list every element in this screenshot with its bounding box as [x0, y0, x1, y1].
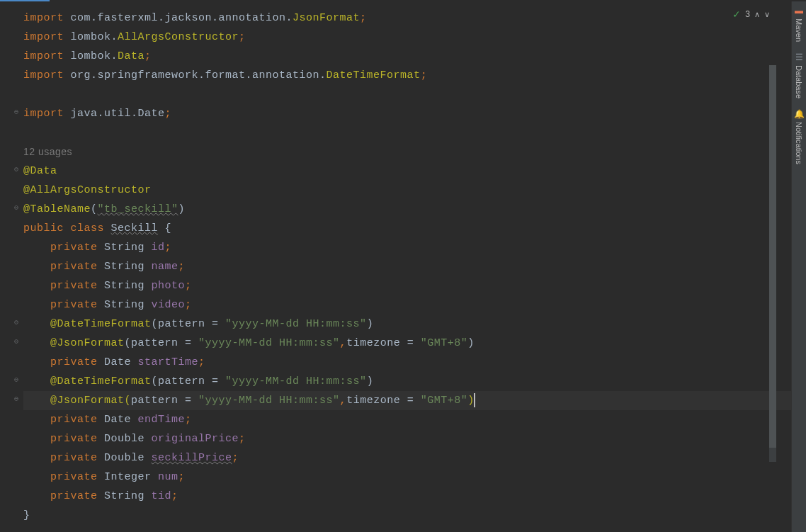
- code-line[interactable]: private Date startTime;: [23, 353, 791, 372]
- fold-icon[interactable]: ⊖: [14, 108, 18, 116]
- code-line[interactable]: [23, 85, 791, 104]
- code-line[interactable]: private Double seckillPrice;: [23, 448, 791, 468]
- scrollbar-track[interactable]: [769, 65, 776, 462]
- sidebar-item-database[interactable]: ☰ Database: [795, 52, 803, 98]
- text-caret: [474, 393, 475, 407]
- check-icon: ✓: [732, 9, 741, 20]
- code-line[interactable]: @Data: [23, 162, 791, 181]
- code-line[interactable]: private String id;: [23, 238, 791, 257]
- chevron-down-icon[interactable]: ∨: [764, 10, 770, 19]
- code-line[interactable]: import com.fasterxml.jackson.annotation.…: [23, 9, 791, 28]
- code-line[interactable]: import lombok.AllArgsConstructor;: [23, 28, 791, 47]
- chevron-up-icon[interactable]: ∧: [754, 10, 760, 19]
- code-line[interactable]: private String photo;: [23, 276, 791, 295]
- sidebar-item-notifications[interactable]: 🔔 Notifications: [794, 109, 805, 164]
- usage-line[interactable]: 12 usages: [23, 142, 791, 162]
- code-editor[interactable]: ✓ 3 ∧ ∨ import com.fasterxml.jackson.ann…: [23, 1, 791, 532]
- code-line[interactable]: public class Seckill {: [23, 219, 791, 238]
- sidebar-item-maven[interactable]: ▬ Maven: [795, 6, 803, 42]
- code-line[interactable]: @AllArgsConstructor: [23, 181, 791, 200]
- code-line[interactable]: import java.util.Date;: [23, 104, 791, 123]
- code-line[interactable]: private Double originalPrice;: [23, 429, 791, 448]
- maven-icon: ▬: [795, 6, 803, 16]
- code-line[interactable]: [23, 123, 791, 142]
- problems-count: 3: [745, 9, 750, 19]
- database-icon: ☰: [795, 52, 803, 62]
- code-line[interactable]: @TableName("tb_seckill"): [23, 200, 791, 219]
- code-line[interactable]: private String tid;: [23, 487, 791, 506]
- fold-icon[interactable]: ⊖: [14, 318, 18, 327]
- code-line[interactable]: }: [23, 506, 791, 525]
- code-line[interactable]: @DateTimeFormat(pattern = "yyyy-MM-dd HH…: [23, 315, 791, 334]
- code-line[interactable]: @DateTimeFormat(pattern = "yyyy-MM-dd HH…: [23, 372, 791, 391]
- code-line[interactable]: private String name;: [23, 257, 791, 276]
- fold-icon[interactable]: ⊖: [14, 337, 18, 346]
- right-toolbar: ▬ Maven ☰ Database 🔔 Notifications: [791, 1, 806, 532]
- main-container: ⊖ ⊖ ⊖ ⊖ ⊖ ⊖ ⊖ ✓ 3 ∧ ∨ import com.fasterx…: [0, 1, 806, 532]
- code-line-active[interactable]: @JsonFormat(pattern = "yyyy-MM-dd HH:mm:…: [23, 391, 791, 410]
- code-line[interactable]: import org.springframework.format.annota…: [23, 66, 791, 85]
- code-line[interactable]: private String video;: [23, 295, 791, 315]
- bell-icon: 🔔: [794, 109, 805, 119]
- problems-indicator[interactable]: ✓ 3 ∧ ∨: [732, 9, 770, 20]
- code-line[interactable]: import lombok.Data;: [23, 47, 791, 66]
- sidebar-label: Database: [795, 65, 803, 98]
- code-line[interactable]: private Integer num;: [23, 468, 791, 487]
- fold-icon[interactable]: ⊖: [14, 203, 18, 212]
- editor-gutter[interactable]: ⊖ ⊖ ⊖ ⊖ ⊖ ⊖ ⊖: [0, 1, 23, 532]
- fold-icon[interactable]: ⊖: [14, 395, 18, 403]
- code-line[interactable]: private Date endTime;: [23, 410, 791, 429]
- sidebar-label: Maven: [795, 18, 803, 42]
- scrollbar-thumb[interactable]: [769, 65, 776, 448]
- fold-icon[interactable]: ⊖: [14, 375, 18, 384]
- fold-icon[interactable]: ⊖: [14, 165, 18, 174]
- sidebar-label: Notifications: [795, 122, 803, 164]
- code-line[interactable]: @JsonFormat(pattern = "yyyy-MM-dd HH:mm:…: [23, 334, 791, 353]
